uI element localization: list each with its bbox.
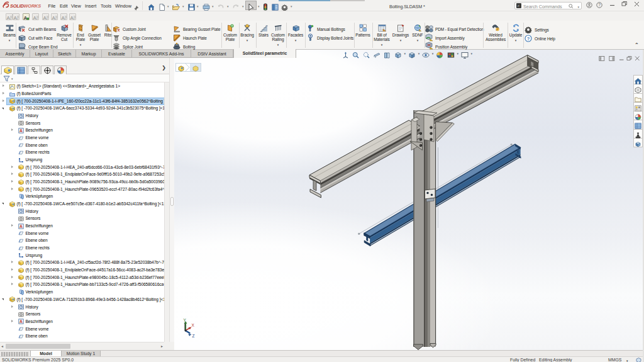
- svg-text:A: A: [19, 224, 23, 229]
- svg-text:X: X: [192, 323, 195, 327]
- svg-text:A: A: [43, 15, 47, 21]
- svg-text:A: A: [70, 15, 74, 21]
- svg-text:?: ?: [527, 35, 530, 41]
- svg-text:A: A: [33, 15, 37, 21]
- svg-text:?: ?: [598, 3, 601, 7]
- svg-text:A: A: [52, 15, 56, 21]
- svg-text:A: A: [7, 15, 11, 21]
- svg-text:A: A: [19, 128, 23, 133]
- svg-text:A: A: [14, 15, 18, 21]
- svg-text:Y: Y: [184, 318, 187, 322]
- svg-text:A: A: [62, 15, 65, 21]
- svg-text:A: A: [19, 319, 23, 324]
- svg-text:Z: Z: [192, 334, 195, 338]
